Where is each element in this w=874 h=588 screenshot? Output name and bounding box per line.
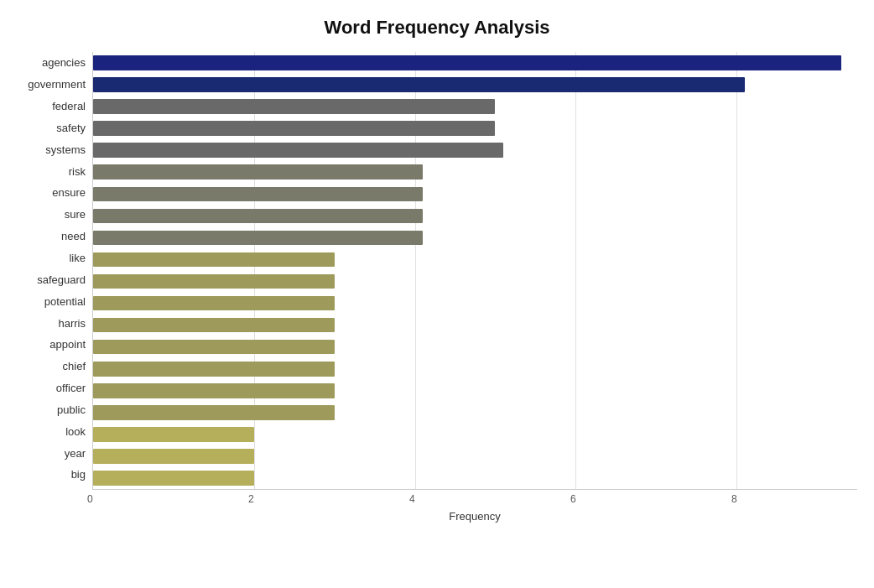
bar-row [93,315,857,336]
bar-row [93,336,857,358]
y-label-look: look [17,420,86,442]
bar-row [93,74,857,96]
bar-row [93,248,857,270]
x-tick-8: 8 [731,493,737,505]
bar-risk [93,164,423,180]
x-axis: 02468 [92,490,857,507]
bar-row [93,358,857,380]
bar-harris [93,318,335,333]
y-label-safeguard: safeguard [17,268,86,290]
bar-need [93,231,423,246]
y-label-chief: chief [17,356,86,377]
bar-appoint [93,340,335,355]
bar-row [93,445,857,467]
x-tick-2: 2 [248,493,254,505]
bar-government [93,77,745,92]
y-label-public: public [17,399,86,421]
bar-row [93,271,857,293]
bar-row [93,161,857,183]
y-labels: agenciesgovernmentfederalsafetysystemsri… [17,52,92,486]
chart-title: Word Frequency Analysis [17,17,857,39]
chart-area: agenciesgovernmentfederalsafetysystemsri… [17,52,857,523]
bar-row [93,139,857,161]
y-label-potential: potential [17,290,86,312]
bar-row [93,402,857,424]
bar-sure [93,209,423,224]
bar-like [93,252,335,268]
bar-row [93,380,857,402]
x-tick-0: 0 [87,493,93,505]
bar-agencies [93,55,841,70]
y-label-like: like [17,247,86,269]
bar-year [93,449,254,464]
x-tick-6: 6 [570,493,576,505]
y-label-appoint: appoint [17,334,86,356]
bar-potential [93,296,335,311]
bar-safeguard [93,274,335,289]
y-label-year: year [17,442,86,464]
bar-big [93,471,254,486]
y-label-big: big [17,464,86,486]
bar-row [93,226,857,248]
bar-chief [93,362,335,377]
bar-row [93,183,857,205]
bar-row [93,96,857,117]
bar-row [93,293,857,315]
y-label-federal: federal [17,96,86,117]
bar-row [93,424,857,445]
bar-federal [93,99,495,114]
bar-row [93,205,857,226]
bar-officer [93,383,335,398]
y-label-ensure: ensure [17,182,86,204]
y-label-systems: systems [17,138,86,160]
bar-safety [93,121,495,136]
y-label-harris: harris [17,312,86,334]
x-tick-4: 4 [409,493,415,505]
y-label-risk: risk [17,160,86,182]
bar-row [93,117,857,139]
bar-systems [93,143,503,158]
y-label-officer: officer [17,377,86,399]
y-label-government: government [17,74,86,96]
x-axis-label: Frequency [92,510,857,523]
bar-public [93,405,335,420]
bars-area [92,52,857,490]
y-label-need: need [17,226,86,247]
y-label-agencies: agencies [17,52,86,74]
y-label-safety: safety [17,117,86,139]
chart-container: Word Frequency Analysis agenciesgovernme… [0,0,874,588]
bars-and-x: 02468 Frequency [92,52,857,523]
bar-look [93,427,254,442]
bar-row [93,52,857,74]
bar-ensure [93,187,423,202]
y-label-sure: sure [17,204,86,226]
bar-row [93,467,857,489]
